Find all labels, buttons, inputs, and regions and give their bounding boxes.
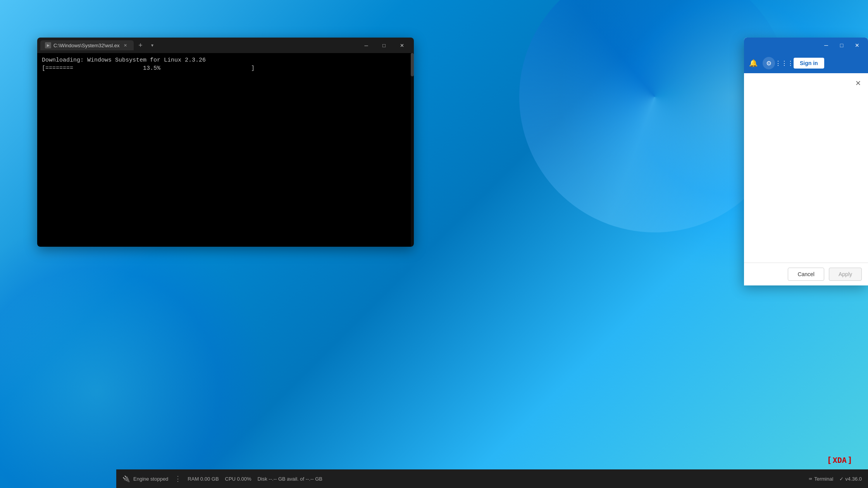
- statusbar-right: ⌨ Terminal ✓ v4.36.0: [809, 476, 862, 482]
- cpu-stat: CPU 0.00%: [225, 476, 251, 482]
- terminal-progress-line: [======== 13.5% ]: [42, 64, 409, 72]
- terminal-icon: ⌨: [809, 476, 812, 482]
- disk-stat: Disk --.-- GB avail. of --.-- GB: [257, 476, 322, 482]
- terminal-label: Terminal: [814, 476, 833, 482]
- browser-maximize-btn[interactable]: □: [834, 38, 849, 53]
- engine-icon: 🔌: [122, 475, 130, 483]
- engine-status-label: Engine stopped: [133, 476, 168, 482]
- browser-window-controls: ─ □ ✕: [818, 38, 865, 53]
- statusbar: 🔌 Engine stopped ⋮ RAM 0.00 GB CPU 0.00%…: [116, 469, 868, 488]
- terminal-scrollbar-thumb[interactable]: [411, 53, 414, 76]
- terminal-scrollbar[interactable]: [411, 53, 414, 247]
- terminal-tab[interactable]: ▶ C:\Windows\System32\wsl.ex ✕: [40, 40, 134, 50]
- browser-toolbar: 🔔 ⚙ ⋮⋮⋮ Sign in: [744, 53, 868, 73]
- cancel-button[interactable]: Cancel: [788, 268, 824, 281]
- terminal-titlebar: ▶ C:\Windows\System32\wsl.ex ✕ + ▾ ─ □ ✕: [37, 38, 414, 53]
- ram-stat: RAM 0.00 GB: [188, 476, 219, 482]
- xda-text: XDA: [833, 455, 847, 465]
- terminal-body[interactable]: Downloading: Windows Subsystem for Linux…: [37, 53, 414, 247]
- terminal-window-controls: ─ □ ✕: [357, 38, 411, 53]
- terminal-minimize-btn[interactable]: ─: [357, 38, 375, 53]
- terminal-window: ▶ C:\Windows\System32\wsl.ex ✕ + ▾ ─ □ ✕…: [37, 38, 414, 247]
- browser-action-bar: Cancel Apply: [744, 263, 868, 285]
- xda-bracket-close: ]: [847, 455, 852, 465]
- settings-icon[interactable]: ⚙: [763, 57, 775, 69]
- engine-status: 🔌 Engine stopped: [122, 475, 168, 483]
- terminal-tab-icon: ▶: [45, 42, 51, 48]
- browser-close-btn[interactable]: ✕: [849, 38, 865, 53]
- browser-titlebar: ─ □ ✕: [744, 38, 868, 53]
- xda-logo: [ XDA ]: [827, 455, 852, 465]
- browser-window: ─ □ ✕ 🔔 ⚙ ⋮⋮⋮ Sign in ✕ Cancel Apply: [744, 38, 868, 285]
- browser-content-area: ✕: [744, 73, 868, 263]
- wallpaper-swirl-3: [0, 217, 271, 488]
- terminal-link[interactable]: ⌨ Terminal: [809, 476, 833, 482]
- statusbar-more-btn[interactable]: ⋮: [174, 474, 181, 483]
- check-icon: ✓: [839, 476, 844, 482]
- terminal-close-btn[interactable]: ✕: [393, 38, 411, 53]
- version-badge: ✓ v4.36.0: [839, 476, 862, 482]
- terminal-tab-close-btn[interactable]: ✕: [122, 42, 129, 49]
- apps-icon[interactable]: ⋮⋮⋮: [780, 58, 789, 68]
- xda-bracket-open: [: [827, 455, 832, 465]
- sign-in-button[interactable]: Sign in: [794, 58, 824, 69]
- terminal-new-tab-btn[interactable]: +: [135, 40, 146, 51]
- browser-minimize-btn[interactable]: ─: [818, 38, 834, 53]
- terminal-maximize-btn[interactable]: □: [375, 38, 393, 53]
- browser-content-close-btn[interactable]: ✕: [852, 78, 863, 89]
- terminal-download-line: Downloading: Windows Subsystem for Linux…: [42, 56, 409, 64]
- statusbar-stats: RAM 0.00 GB CPU 0.00% Disk --.-- GB avai…: [188, 476, 322, 482]
- terminal-tab-dropdown-btn[interactable]: ▾: [148, 41, 157, 50]
- terminal-tab-label: C:\Windows\System32\wsl.ex: [53, 43, 120, 48]
- notification-icon[interactable]: 🔔: [749, 58, 758, 68]
- version-label: v4.36.0: [845, 476, 862, 482]
- apply-button[interactable]: Apply: [829, 268, 862, 281]
